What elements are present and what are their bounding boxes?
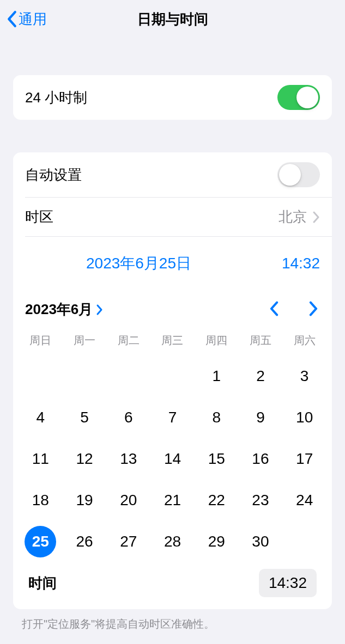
day-of-week-header: 周四 bbox=[195, 329, 239, 355]
calendar: 2023年6月 周日周一周二周三周四周五周六1234567891011 bbox=[13, 286, 332, 609]
row-24hour: 24 小时制 bbox=[13, 75, 332, 120]
calendar-day[interactable]: 6 bbox=[106, 397, 150, 438]
calendar-day[interactable]: 1 bbox=[195, 355, 239, 397]
label-24hour: 24 小时制 bbox=[25, 88, 87, 107]
timezone-value: 北京 bbox=[279, 207, 307, 226]
toggle-knob bbox=[279, 164, 301, 186]
calendar-day[interactable]: 14 bbox=[150, 438, 195, 480]
footer-note: 打开"定位服务"将提高自动时区准确性。 bbox=[0, 609, 345, 631]
toggle-auto-set[interactable] bbox=[277, 162, 320, 187]
calendar-day[interactable]: 13 bbox=[106, 438, 150, 480]
selected-time[interactable]: 14:32 bbox=[282, 255, 320, 272]
time-label: 时间 bbox=[28, 574, 57, 593]
calendar-day[interactable]: 18 bbox=[19, 480, 63, 521]
chevron-left-icon bbox=[7, 10, 17, 28]
calendar-day[interactable]: 9 bbox=[239, 397, 283, 438]
row-selected-datetime: 2023年6月25日 14:32 bbox=[25, 236, 332, 286]
calendar-day[interactable]: 29 bbox=[195, 521, 239, 562]
label-auto-set: 自动设置 bbox=[25, 165, 82, 185]
time-picker[interactable]: 14:32 bbox=[259, 569, 317, 597]
chevron-right-icon bbox=[308, 301, 319, 316]
selected-date[interactable]: 2023年6月25日 bbox=[86, 253, 191, 274]
calendar-day[interactable]: 16 bbox=[239, 438, 283, 480]
calendar-day[interactable]: 8 bbox=[195, 397, 239, 438]
calendar-day[interactable]: 22 bbox=[195, 480, 239, 521]
month-label: 2023年6月 bbox=[25, 300, 93, 319]
calendar-day[interactable]: 23 bbox=[239, 480, 283, 521]
page-title: 日期与时间 bbox=[0, 10, 345, 29]
calendar-day[interactable]: 10 bbox=[282, 397, 326, 438]
toggle-knob bbox=[296, 87, 318, 108]
month-nav bbox=[269, 301, 322, 318]
calendar-day[interactable]: 4 bbox=[19, 397, 63, 438]
calendar-day[interactable]: 17 bbox=[282, 438, 326, 480]
day-of-week-header: 周五 bbox=[239, 329, 283, 355]
day-of-week-header: 周一 bbox=[63, 329, 107, 355]
day-of-week-header: 周二 bbox=[106, 329, 150, 355]
calendar-grid: 周日周一周二周三周四周五周六12345678910111213141516171… bbox=[19, 329, 326, 562]
time-value: 14:32 bbox=[269, 574, 307, 591]
calendar-day[interactable]: 11 bbox=[19, 438, 63, 480]
prev-month-button[interactable] bbox=[269, 301, 280, 318]
calendar-day[interactable]: 28 bbox=[150, 521, 195, 562]
chevron-left-icon bbox=[269, 301, 280, 316]
back-button[interactable]: 通用 bbox=[7, 10, 47, 29]
calendar-day[interactable]: 26 bbox=[63, 521, 107, 562]
row-auto-set: 自动设置 bbox=[13, 152, 332, 197]
section-24hour: 24 小时制 bbox=[13, 75, 332, 120]
calendar-day-empty bbox=[106, 355, 150, 397]
month-picker[interactable]: 2023年6月 bbox=[25, 300, 104, 319]
time-row: 时间 14:32 bbox=[19, 562, 326, 600]
next-month-button[interactable] bbox=[308, 301, 319, 318]
day-of-week-header: 周三 bbox=[150, 329, 195, 355]
calendar-day[interactable]: 25 bbox=[19, 521, 63, 562]
timezone-detail: 北京 bbox=[279, 207, 320, 226]
toggle-24hour[interactable] bbox=[277, 85, 320, 110]
label-timezone: 时区 bbox=[25, 207, 53, 226]
calendar-day[interactable]: 21 bbox=[150, 480, 195, 521]
calendar-day[interactable]: 15 bbox=[195, 438, 239, 480]
calendar-day[interactable]: 27 bbox=[106, 521, 150, 562]
calendar-day[interactable]: 5 bbox=[63, 397, 107, 438]
calendar-day[interactable]: 2 bbox=[239, 355, 283, 397]
calendar-day[interactable]: 24 bbox=[282, 480, 326, 521]
chevron-right-icon bbox=[96, 304, 104, 316]
calendar-day-empty bbox=[150, 355, 195, 397]
chevron-right-icon bbox=[312, 211, 320, 223]
calendar-day[interactable]: 3 bbox=[282, 355, 326, 397]
row-timezone[interactable]: 时区 北京 bbox=[25, 197, 332, 236]
back-label: 通用 bbox=[19, 10, 47, 29]
navigation-bar: 通用 日期与时间 bbox=[0, 0, 345, 38]
calendar-day-empty bbox=[63, 355, 107, 397]
calendar-day[interactable]: 30 bbox=[239, 521, 283, 562]
day-of-week-header: 周六 bbox=[282, 329, 326, 355]
calendar-day[interactable]: 12 bbox=[63, 438, 107, 480]
calendar-day[interactable]: 7 bbox=[150, 397, 195, 438]
calendar-day[interactable]: 20 bbox=[106, 480, 150, 521]
day-of-week-header: 周日 bbox=[19, 329, 63, 355]
calendar-day[interactable]: 19 bbox=[63, 480, 107, 521]
calendar-header: 2023年6月 bbox=[19, 290, 326, 329]
section-datetime: 自动设置 时区 北京 2023年6月25日 14:32 2023年6月 bbox=[13, 152, 332, 609]
calendar-day-empty bbox=[19, 355, 63, 397]
